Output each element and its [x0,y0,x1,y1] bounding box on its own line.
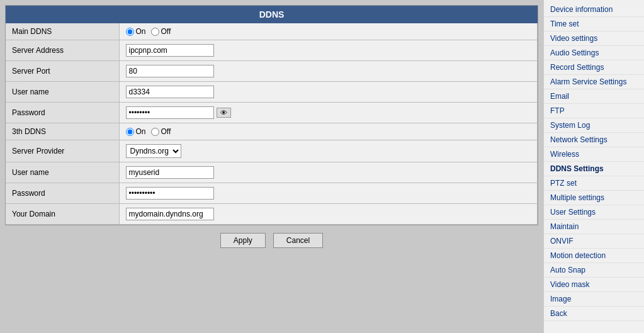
sidebar-item-ptz-set[interactable]: PTZ set [544,176,644,191]
main-ddns-on-radio[interactable] [126,28,134,36]
main-ddns-label: Main DDNS [6,23,119,40]
username-cell [119,82,538,103]
password-toggle-button[interactable]: 👁 [217,108,231,118]
sidebar-item-user-settings[interactable]: User Settings [544,205,644,220]
third-ddns-on-text: On [136,127,146,136]
server-provider-cell: Dyndns.org No-IP 3322 [119,140,538,162]
sidebar-item-onvif[interactable]: ONVIF [544,234,644,249]
sidebar: Device informationTime setVideo settings… [543,0,644,333]
your-domain-input[interactable] [126,208,214,220]
sidebar-item-audio-settings[interactable]: Audio Settings [544,46,644,60]
server-address-label: Server Address [6,40,119,61]
username2-cell [119,162,538,183]
sidebar-item-ddns-settings[interactable]: DDNS Settings [544,162,644,176]
your-domain-row: Your Domain [6,204,538,225]
sidebar-item-record-settings[interactable]: Record Settings [544,60,644,75]
password2-row: Password [6,183,538,204]
ddns-title: DDNS [6,6,538,23]
third-ddns-off-label[interactable]: Off [151,127,171,136]
third-ddns-radio-group: On Off [126,127,531,136]
sidebar-item-email[interactable]: Email [544,89,644,104]
sidebar-item-ftp[interactable]: FTP [544,104,644,118]
sidebar-item-maintain[interactable]: Maintain [544,220,644,234]
cancel-button[interactable]: Cancel [273,233,323,248]
main-ddns-radio-group: On Off [126,27,531,36]
third-ddns-row: 3th DDNS On Off [6,123,538,140]
third-ddns-controls: On Off [119,123,538,140]
sidebar-item-alarm-service-settings[interactable]: Alarm Service Settings [544,75,644,89]
sidebar-item-video-mask[interactable]: Video mask [544,278,644,292]
sidebar-item-back[interactable]: Back [544,307,644,321]
sidebar-item-wireless[interactable]: Wireless [544,147,644,162]
third-ddns-on-label[interactable]: On [126,127,146,136]
your-domain-cell [119,204,538,225]
third-ddns-on-radio[interactable] [126,128,134,136]
username-label: User name [6,82,119,103]
sidebar-item-network-settings[interactable]: Network Settings [544,133,644,147]
sidebar-item-image[interactable]: Image [544,292,644,307]
apply-button[interactable]: Apply [220,233,266,248]
server-port-label: Server Port [6,61,119,82]
server-provider-label: Server Provider [6,140,119,162]
sidebar-item-time-set[interactable]: Time set [544,17,644,31]
username-row: User name [6,82,538,103]
form-table: Main DDNS On Off Server Addr [6,23,538,225]
password-wrapper: 👁 [126,106,531,119]
sidebar-item-video-settings[interactable]: Video settings [544,31,644,46]
button-row: Apply Cancel [5,225,538,256]
server-provider-select[interactable]: Dyndns.org No-IP 3322 [126,144,181,158]
main-ddns-off-label[interactable]: Off [151,27,171,36]
username-input[interactable] [126,86,214,98]
sidebar-item-motion-detection[interactable]: Motion detection [544,249,644,263]
server-port-input[interactable] [126,65,214,77]
server-address-cell [119,40,538,61]
password2-cell [119,183,538,204]
main-ddns-controls: On Off [119,23,538,40]
main-ddns-on-text: On [136,27,146,36]
password-label: Password [6,103,119,123]
third-ddns-label: 3th DDNS [6,123,119,140]
main-ddns-off-text: Off [161,27,171,36]
server-address-row: Server Address [6,40,538,61]
ddns-panel: DDNS Main DDNS On Off [5,5,538,225]
sidebar-item-multiple-settings[interactable]: Multiple settings [544,191,644,205]
main-content: DDNS Main DDNS On Off [0,0,543,333]
third-ddns-off-text: Off [161,127,171,136]
username2-row: User name [6,162,538,183]
sidebar-item-system-log[interactable]: System Log [544,118,644,133]
server-port-row: Server Port [6,61,538,82]
main-ddns-off-radio[interactable] [151,28,159,36]
server-address-input[interactable] [126,44,214,57]
username2-input[interactable] [126,166,214,179]
third-ddns-off-radio[interactable] [151,128,159,136]
username2-label: User name [6,162,119,183]
server-provider-row: Server Provider Dyndns.org No-IP 3322 [6,140,538,162]
sidebar-item-device-information[interactable]: Device information [544,3,644,17]
password2-input[interactable] [126,187,214,200]
your-domain-label: Your Domain [6,204,119,225]
main-ddns-on-label[interactable]: On [126,27,146,36]
password-input[interactable] [126,106,214,119]
sidebar-item-auto-snap[interactable]: Auto Snap [544,263,644,278]
password2-label: Password [6,183,119,204]
password-row: Password 👁 [6,103,538,123]
password-cell: 👁 [119,103,538,123]
main-ddns-row: Main DDNS On Off [6,23,538,40]
server-port-cell [119,61,538,82]
